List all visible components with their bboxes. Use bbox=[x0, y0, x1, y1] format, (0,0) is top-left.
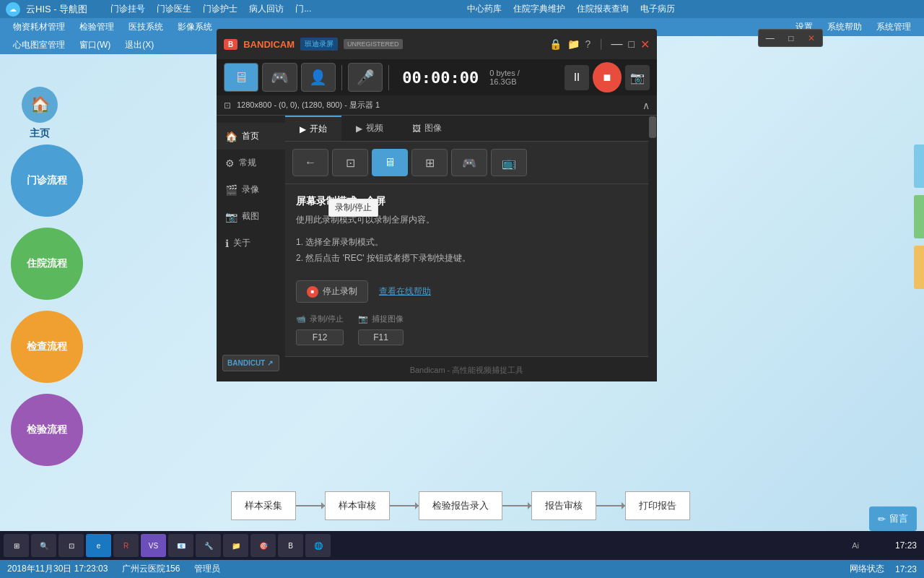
bandicam-footer-text: Bandicam - 高性能视频捕捉工具 bbox=[410, 366, 524, 374]
bandicam-help-link[interactable]: 查看在线帮助 bbox=[379, 285, 431, 298]
bandicam-nav-about[interactable]: ℹ 关于 bbox=[217, 230, 285, 256]
bandicam-nav-home-label: 首页 bbox=[242, 130, 259, 142]
bandicam-nav-screenshot[interactable]: 📷 截图 bbox=[217, 203, 285, 230]
bandicam-stop-label: 停止录制 bbox=[323, 285, 357, 298]
bandicam-mic-btn[interactable]: 🎤 bbox=[348, 63, 383, 92]
menu-item-guahao[interactable]: 门诊挂号 bbox=[105, 0, 151, 18]
menu-yingxiang[interactable]: 影像系统 bbox=[170, 18, 219, 36]
bandicam-scroll-thumb[interactable] bbox=[649, 116, 656, 138]
menu-yiji[interactable]: 医技系统 bbox=[121, 18, 170, 36]
flow-step-baogaoshenhe[interactable]: 报告审核 bbox=[531, 491, 596, 520]
his-minimize-btn[interactable]: — bbox=[762, 32, 778, 45]
menu-item-yisheng[interactable]: 门诊医生 bbox=[151, 0, 197, 18]
menu-guanli[interactable]: 系统管理 bbox=[869, 18, 918, 36]
flow-step-caiyang[interactable]: 样本采集 bbox=[231, 491, 296, 520]
bandicam-appname: BANDICAM bbox=[243, 39, 295, 50]
menu-wuzicailiao[interactable]: 物资耗材管理 bbox=[6, 18, 72, 36]
bandicam-lock-icon[interactable]: 🔒 bbox=[549, 38, 562, 50]
menu-item-hushi[interactable]: 门诊护士 bbox=[197, 0, 243, 18]
menu-item-baobiao[interactable]: 住院报表查询 bbox=[571, 0, 635, 18]
taskbar-item7[interactable]: 🎯 bbox=[250, 534, 276, 557]
bandicam-nav-settings[interactable]: ⚙ 常规 bbox=[217, 150, 285, 176]
menu-bangzhu[interactable]: 系统帮助 bbox=[820, 18, 869, 36]
bandicam-mode-back[interactable]: ← bbox=[292, 149, 328, 176]
bandicam-stop-icon: ■ bbox=[307, 286, 318, 298]
bandicam-tab-start[interactable]: ▶ 开始 bbox=[285, 116, 341, 141]
flow-circle-jianyan[interactable]: 检验流程 bbox=[11, 394, 83, 466]
bandicam-shortcut-record-key: F12 bbox=[296, 329, 344, 345]
menu-xindian[interactable]: 心电图室管理 bbox=[6, 36, 72, 54]
his-close-btn[interactable]: ✕ bbox=[804, 32, 819, 45]
bandicam-stop-button[interactable]: ■ 停止录制 bbox=[296, 280, 368, 303]
taskbar-item4[interactable]: 📧 bbox=[168, 534, 193, 557]
menu-item-zhongyao[interactable]: 中心药库 bbox=[461, 0, 507, 18]
bandicam-tab-image[interactable]: 🖼 图像 bbox=[398, 116, 456, 141]
bandicam-resolution-text: 924x578 - (0, 0), (1280, 800) - 显示器 1 bbox=[237, 100, 380, 111]
bandicam-tab-image-icon: 🖼 bbox=[412, 124, 421, 134]
taskbar-ie[interactable]: e bbox=[86, 534, 111, 557]
bandicam-tab-video[interactable]: ▶ 视频 bbox=[341, 116, 398, 141]
bandicam-leftnav: 🏠 首页 ⚙ 常规 🎬 录像 📷 截图 ℹ 关于 BAND bbox=[217, 116, 285, 381]
taskbar-vs[interactable]: VS bbox=[141, 534, 166, 557]
taskbar-apps[interactable]: ⊡ bbox=[58, 534, 84, 557]
menu-item-zidian[interactable]: 住院字典维护 bbox=[507, 0, 571, 18]
bandicam-screen-mode-btn[interactable]: 🖥 bbox=[224, 63, 258, 92]
bandicam-mode-game[interactable]: 🎮 bbox=[451, 149, 487, 176]
bandicam-mode-fullscreen[interactable]: 🖥 bbox=[372, 149, 408, 176]
menu-jianyan[interactable]: 检验管理 bbox=[72, 18, 121, 36]
top-menubar: ☁ 云HIS - 导航图 门诊挂号 门诊医生 门诊护士 病人回访 门... 中心… bbox=[0, 0, 924, 18]
menu-item-huifang[interactable]: 病人回访 bbox=[243, 0, 289, 18]
taskbar-item8[interactable]: B bbox=[278, 534, 303, 557]
bandicam-close-btn[interactable]: ✕ bbox=[640, 38, 650, 51]
flow-circle-zhuyuan[interactable]: 住院流程 bbox=[11, 228, 83, 300]
bandicam-folder-icon[interactable]: 📁 bbox=[567, 38, 580, 50]
bandicam-mode-hdmi[interactable]: 📺 bbox=[491, 149, 527, 176]
bandicam-webcam-btn[interactable]: 👤 bbox=[301, 63, 336, 92]
menu-exit[interactable]: 退出(X) bbox=[118, 36, 161, 54]
bandicut-btn[interactable]: BANDICUT ↗ bbox=[222, 355, 279, 371]
bandicam-game-mode-btn[interactable]: 🎮 bbox=[262, 63, 297, 92]
taskbar-item5[interactable]: 🔧 bbox=[196, 534, 221, 557]
bandicam-nav-screenshot-label: 截图 bbox=[242, 210, 259, 223]
menu-window[interactable]: 窗口(W) bbox=[72, 36, 118, 54]
home-icon[interactable]: 🏠 bbox=[22, 87, 58, 123]
liuyan-button[interactable]: ✏ 留言 bbox=[869, 506, 917, 531]
bandicam-scrollbar[interactable] bbox=[648, 116, 657, 381]
bandicam-restore-btn[interactable]: □ bbox=[629, 38, 635, 50]
his-restore-btn[interactable]: □ bbox=[785, 32, 797, 45]
bandicam-nav-home[interactable]: 🏠 首页 bbox=[217, 123, 285, 150]
menu-item-more[interactable]: 门... bbox=[289, 0, 317, 18]
bandicam-shortcut-record-label: 📹 录制/停止 bbox=[296, 314, 344, 324]
flow-step-shenhe[interactable]: 样本审核 bbox=[325, 491, 390, 520]
bandicam-resbar: ⊡ 924x578 - (0, 0), (1280, 800) - 显示器 1… bbox=[217, 95, 657, 116]
bandicam-nav-recording[interactable]: 🎬 录像 bbox=[217, 176, 285, 203]
bandicam-step-2: 2. 然后点击 'REC' 按钮或者摁下录制快捷键。 bbox=[296, 251, 637, 267]
bandicam-collapse-btn[interactable]: ∧ bbox=[642, 100, 650, 111]
taskbar-start[interactable]: ⊞ bbox=[4, 534, 29, 557]
taskbar-r[interactable]: R bbox=[113, 534, 139, 557]
bandicam-nav-screenshot-icon: 📷 bbox=[225, 211, 237, 223]
flow-step-luru[interactable]: 检验报告录入 bbox=[419, 491, 502, 520]
bandicam-minimize-btn[interactable]: — bbox=[611, 38, 623, 51]
flow-circle-jiancha[interactable]: 检查流程 bbox=[11, 311, 83, 383]
menu-item-dianzibingli[interactable]: 电子病历 bbox=[635, 0, 681, 18]
taskbar-search[interactable]: 🔍 bbox=[31, 534, 56, 557]
taskbar-item9[interactable]: 🌐 bbox=[305, 534, 331, 557]
bandicam-screen-label: 班迪录屏 bbox=[300, 38, 338, 51]
bandicam-help-icon[interactable]: ? bbox=[585, 38, 591, 50]
bandicam-pause-btn[interactable]: ⏸ bbox=[565, 65, 589, 90]
liuyan-icon: ✏ bbox=[878, 514, 886, 525]
bandicam-screenshot-btn[interactable]: 📷 bbox=[625, 65, 650, 90]
bandicam-mode-region[interactable]: ⊡ bbox=[332, 149, 368, 176]
bandicam-mode-select[interactable]: ⊞ bbox=[411, 149, 448, 176]
flow-process: 样本采集 样本审核 检验报告录入 报告审核 打印报告 bbox=[231, 491, 690, 520]
bandicam-rec-btn[interactable]: ■ bbox=[593, 62, 622, 92]
flow-step-dayinbaogao[interactable]: 打印报告 bbox=[625, 491, 690, 520]
app-logo: ☁ bbox=[6, 2, 20, 17]
bandicam-actions: ■ 停止录制 查看在线帮助 bbox=[285, 273, 648, 310]
bandicam-tooltip: 录制/停止 bbox=[328, 199, 378, 217]
bandicam-main: 🏠 首页 ⚙ 常规 🎬 录像 📷 截图 ℹ 关于 BAND bbox=[217, 116, 657, 381]
taskbar-item6[interactable]: 📁 bbox=[223, 534, 248, 557]
bandicam-shortcut-capture-label: 📷 捕捉图像 bbox=[358, 314, 404, 324]
flow-circle-menzhen[interactable]: 门诊流程 bbox=[11, 144, 83, 217]
